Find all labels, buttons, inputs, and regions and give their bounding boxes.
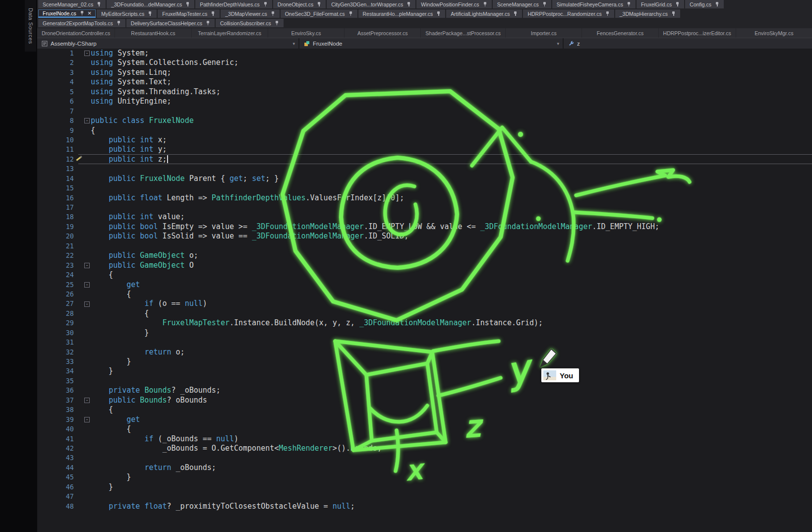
code-line-46[interactable]: 46 } [37,482,812,492]
fold-marker[interactable]: - [77,396,91,405]
pin-icon[interactable] [542,1,547,7]
close-icon[interactable]: × [88,10,92,16]
tab-generator2exportmaptools-cs[interactable]: Generator2ExportMapTools.cs [38,19,125,27]
fold-marker[interactable]: - [77,280,91,290]
code-line-4[interactable]: 4using System.Text; [37,77,812,87]
tab-fruxelnode-cs[interactable]: FruxelNode.cs× [38,9,96,18]
chevron-down-icon[interactable]: ▾ [557,41,559,46]
code-line-20[interactable]: 20 public bool IsSolid => value == _3DFo… [37,232,812,241]
pin-icon[interactable] [715,1,719,7]
tab-fencesgenerator-cs[interactable]: FencesGenerator.cs [581,28,658,38]
pin-icon[interactable] [275,20,279,26]
code-line-25[interactable]: 25- get [37,280,812,290]
code-line-18[interactable]: 18 public int value; [37,212,812,222]
tab-restaurantho-plemanager-cs[interactable]: RestaurantHo...pleManager.cs [358,9,446,18]
code-line-41[interactable]: 41 if (_oBounds == null) [37,434,812,444]
pin-icon[interactable] [605,11,610,16]
tab-pathfinderdepthvalues-cs[interactable]: PathfinderDepthValues.cs [195,0,272,8]
code-line-9[interactable]: 9{ [37,126,812,135]
tab-hdrppostproc-randomizer-cs[interactable]: HDRPPostproc...Randomizer.cs [523,9,614,18]
tab-droneobject-cs[interactable]: DroneObject.cs [273,0,326,8]
fold-marker[interactable]: - [77,415,91,424]
code-editor[interactable]: 1-using System;2using System.Collections… [37,49,812,532]
tab-artificiallightsmanager-cs[interactable]: ArtificialLightsManager.cs [446,9,522,18]
pin-icon[interactable] [185,1,190,7]
pin-icon[interactable] [148,11,152,16]
code-line-13[interactable]: 13 [37,164,812,174]
code-line-16[interactable]: 16 public float Length => PathfinderDept… [37,193,812,203]
code-line-10[interactable]: 10 public int x; [37,135,812,145]
code-line-37[interactable]: 37- public Bounds? oBounds [37,396,812,405]
pin-icon[interactable] [627,1,631,7]
tab-fruxelmaptester-cs[interactable]: FruxelMapTester.cs [158,9,220,18]
tab-shaderpackage-stprocessor-cs[interactable]: ShaderPackage...stProcessor.cs [420,28,505,38]
code-line-22[interactable]: 22 public GameObject o; [37,251,812,260]
tab--3dmapviewer-cs[interactable]: _3DMapViewer.cs [221,9,279,18]
pin-icon[interactable] [406,1,411,7]
code-line-31[interactable]: 31 [37,338,812,347]
pin-icon[interactable] [263,1,268,7]
code-line-47[interactable]: 47 [37,492,812,501]
tab-scenemanager-02-cs[interactable]: SceneManager_02.cs [38,0,106,8]
code-line-7[interactable]: 7 [37,107,812,116]
code-line-14[interactable]: 14 public FruxelNode Parent { get; set; … [37,174,812,183]
code-line-32[interactable]: 32 return o; [37,348,812,357]
pin-icon[interactable] [671,11,676,16]
tab--3dfoundatio-delmanager-cs[interactable]: _3DFoundatio...delManager.cs [107,0,194,8]
code-line-29[interactable]: 29 FruxelMapTester.Instance.BuildNode(x,… [37,318,812,328]
code-line-2[interactable]: 2using System.Collections.Generic; [37,58,812,67]
pin-icon[interactable] [211,11,215,16]
pin-icon[interactable] [80,10,84,16]
tab-deliverysurfaceclasshelper-cs[interactable]: DeliverySurfaceClassHelper.cs [126,19,215,27]
code-line-45[interactable]: 45 } [37,473,812,482]
data-sources-tab[interactable]: Data Sources [25,0,36,52]
code-line-5[interactable]: 5using System.Threading.Tasks; [37,87,812,97]
code-line-21[interactable]: 21 [37,241,812,251]
code-line-17[interactable]: 17 [37,203,812,212]
code-line-26[interactable]: 26 { [37,290,812,299]
pin-icon[interactable] [271,11,275,16]
code-line-15[interactable]: 15 [37,183,812,193]
member-dropdown[interactable]: z [564,38,812,49]
pin-icon[interactable] [317,1,321,7]
pin-icon[interactable] [206,20,210,26]
pin-icon[interactable] [483,1,487,7]
code-line-6[interactable]: 6using UnityEngine; [37,97,812,106]
fold-marker[interactable]: - [77,261,91,270]
project-dropdown[interactable]: Assembly-CSharp ▾ [37,38,299,49]
code-line-24[interactable]: 24 { [37,270,812,280]
code-line-19[interactable]: 19 public bool IsEmpty => value >= _3DFo… [37,222,812,232]
chevron-down-icon[interactable]: ▾ [292,41,295,46]
code-line-42[interactable]: 42 _oBounds = O.GetComponent<MeshRendere… [37,444,812,453]
tab-windowpositionfinder-cs[interactable]: WindowPositionFinder.cs [416,0,491,8]
tab-onesec3d-fileformat-cs[interactable]: OneSec3D_FileFormat.cs [281,9,357,18]
pin-icon[interactable] [513,11,518,16]
code-line-3[interactable]: 3using System.Linq; [37,68,812,77]
code-line-28[interactable]: 28 { [37,309,812,318]
tab-assetpreprocessor-cs[interactable]: AssetPreprocessor.cs [344,28,420,38]
tab-fruxelgrid-cs[interactable]: FruxelGrid.cs [637,0,684,8]
tab--3dmaphierarchy-cs[interactable]: _3DMapHierarchy.cs [615,9,680,18]
tab-enviroskymgr-cs[interactable]: EnviroSkyMgr.cs [736,28,812,38]
code-line-30[interactable]: 30 } [37,328,812,338]
fold-marker[interactable]: - [77,49,91,58]
pin-icon[interactable] [116,20,121,26]
code-line-44[interactable]: 44 return _oBounds; [37,463,812,473]
pin-icon[interactable] [348,11,353,16]
code-line-23[interactable]: 23- public GameObject O [37,261,812,270]
code-line-36[interactable]: 36 private Bounds? _oBounds; [37,386,812,395]
fold-marker[interactable]: - [77,299,91,308]
code-line-34[interactable]: 34 } [37,366,812,376]
type-dropdown[interactable]: FruxelNode ▾ [299,38,564,49]
code-line-38[interactable]: 38 { [37,405,812,414]
code-line-11[interactable]: 11 public int y; [37,145,812,154]
pin-icon[interactable] [97,1,101,7]
code-line-33[interactable]: 33 } [37,357,812,366]
tab-scenemanager-cs[interactable]: SceneManager.cs [493,0,551,8]
tab-config-cs[interactable]: Config.cs [685,0,724,8]
code-line-27[interactable]: 27- if (o == null) [37,299,812,308]
tab-myeditorscripts-cs[interactable]: MyEditorScripts.cs [97,9,157,18]
tab-simulatedfisheyecamera-cs[interactable]: SimulatedFisheyeCamera.cs [552,0,636,8]
tab-hdrppostproc-izereditor-cs[interactable]: HDRPPostproc...izerEditor.cs [658,28,736,38]
code-line-39[interactable]: 39- get [37,415,812,424]
